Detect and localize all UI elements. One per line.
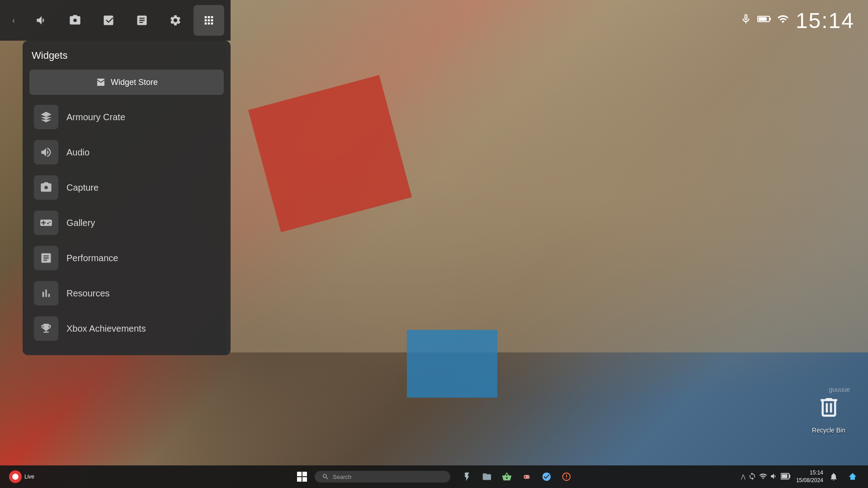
armoury-crate-icon	[34, 105, 58, 129]
recycle-bin-icon	[813, 391, 844, 423]
widget-item-performance[interactable]: Performance	[29, 240, 224, 276]
taskbar-app-browser2[interactable]	[558, 468, 575, 485]
search-placeholder: Search	[333, 474, 351, 480]
svg-rect-9	[782, 474, 788, 478]
svg-rect-1	[769, 18, 771, 20]
taskbar-volume-icon[interactable]	[770, 472, 778, 482]
system-tray-top: 15:14	[740, 0, 868, 41]
taskbar-battery-icon[interactable]	[781, 472, 791, 482]
xbox-achievements-icon	[34, 316, 58, 341]
live-label: Live	[24, 474, 34, 480]
svg-rect-6	[302, 477, 307, 482]
svg-rect-2	[759, 17, 767, 21]
taskbar-app-store[interactable]	[498, 468, 515, 485]
taskbar-live-widget[interactable]: Live	[5, 469, 39, 485]
taskbar-app-game[interactable]	[518, 468, 535, 485]
taskbar-clock[interactable]: 15:14 15/08/2024	[796, 469, 823, 484]
resources-icon	[34, 281, 58, 305]
tray-icons	[740, 13, 789, 28]
gallery-label: Gallery	[66, 218, 95, 228]
microphone-icon	[740, 13, 752, 28]
search-bar[interactable]: Search	[315, 471, 450, 483]
toolbar-performance-btn[interactable]	[93, 5, 124, 36]
xbox-achievements-label: Xbox Achievements	[66, 324, 146, 334]
taskbar-right: ⋀	[741, 468, 868, 485]
taskbar-time-value: 15:14	[810, 469, 823, 477]
taskbar-center: Search	[293, 468, 575, 486]
taskbar: Live Search	[0, 465, 868, 488]
toolbar-capture-btn[interactable]	[60, 5, 90, 36]
widget-panel: Widgets Widget Store Armoury Crate Audio	[23, 41, 231, 355]
widget-item-audio[interactable]: Audio	[29, 135, 224, 170]
top-toolbar: ‹	[0, 0, 231, 41]
taskbar-app-boot[interactable]	[458, 468, 476, 485]
svg-rect-3	[297, 472, 302, 476]
widget-item-resources[interactable]: Resources	[29, 276, 224, 311]
toolbar-gallery-btn[interactable]	[127, 5, 157, 36]
toolbar-grid-btn[interactable]	[193, 5, 224, 36]
wifi-icon	[777, 13, 789, 28]
taskbar-update-icon[interactable]	[748, 472, 756, 482]
svg-rect-5	[297, 477, 302, 482]
taskbar-date-value: 15/08/2024	[796, 477, 823, 484]
resources-label: Resources	[66, 288, 110, 299]
widget-store-label: Widget Store	[111, 78, 158, 87]
taskbar-asus-icon[interactable]	[844, 468, 861, 485]
widget-item-xbox-achievements[interactable]: Xbox Achievements	[29, 311, 224, 346]
svg-rect-8	[789, 474, 790, 478]
start-button[interactable]	[293, 468, 311, 486]
armoury-crate-label: Armoury Crate	[66, 112, 125, 122]
taskbar-left: Live	[0, 469, 39, 485]
toolbar-arrow[interactable]: ‹	[5, 5, 23, 36]
tray-clock: 15:14	[796, 8, 854, 33]
live-dot	[9, 470, 22, 483]
widget-item-capture[interactable]: Capture	[29, 170, 224, 205]
gallery-icon	[34, 211, 58, 235]
toolbar-volume-btn[interactable]	[26, 5, 57, 36]
audio-icon	[34, 140, 58, 164]
taskbar-app-explorer[interactable]	[478, 468, 495, 485]
capture-icon	[34, 175, 58, 200]
recycle-bin[interactable]: Recycle Bin	[812, 391, 845, 434]
taskbar-app-icons	[458, 468, 575, 485]
blue-geometric-shape	[407, 330, 497, 398]
toolbar-settings-btn[interactable]	[160, 5, 191, 36]
taskbar-app-browser1[interactable]	[538, 468, 555, 485]
widget-store-button[interactable]: Widget Store	[29, 70, 224, 95]
performance-label: Performance	[66, 253, 118, 263]
widget-panel-title: Widgets	[29, 50, 224, 61]
taskbar-notification-btn[interactable]	[825, 468, 842, 485]
recycle-bin-label: Recycle Bin	[812, 427, 845, 434]
widget-item-gallery[interactable]: Gallery	[29, 205, 224, 240]
widget-item-armoury-crate[interactable]: Armoury Crate	[29, 99, 224, 135]
taskbar-wifi-icon[interactable]	[759, 472, 767, 482]
audio-label: Audio	[66, 147, 90, 158]
battery-icon	[757, 13, 772, 28]
performance-icon	[34, 246, 58, 270]
svg-rect-4	[302, 472, 307, 476]
taskbar-sys-icons: ⋀	[741, 472, 791, 482]
capture-label: Capture	[66, 183, 99, 193]
taskbar-chevron-icon[interactable]: ⋀	[741, 474, 745, 480]
